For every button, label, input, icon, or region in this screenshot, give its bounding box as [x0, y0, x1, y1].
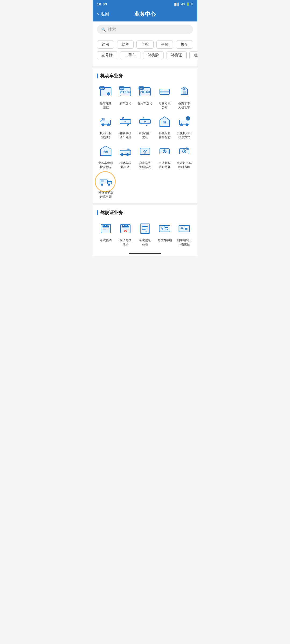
motor-item-new-register[interactable]: New ✓ 新车注册登记 [97, 84, 114, 110]
motor-item-exempt-mark[interactable]: 免检 免检车申领检验标志 [97, 144, 114, 169]
motor-label-transfer: 机动车转籍申请 [119, 161, 131, 169]
svg-rect-54 [100, 180, 107, 184]
motor-icon-transfer: 转 [118, 144, 133, 159]
motor-item-plate-range[interactable]: 号牌号段公布 [156, 84, 173, 110]
search-placeholder: 搜索 [108, 27, 116, 32]
divider-1 [93, 66, 197, 68]
svg-text:New: New [100, 87, 104, 89]
motor-icon-city-truck [98, 173, 113, 188]
svg-text:📞: 📞 [187, 117, 189, 120]
motor-label-nonlocal: 备案非本人机动车 [178, 101, 190, 110]
svg-point-57 [101, 184, 103, 186]
motor-item-replace-plate[interactable]: ⇄ 补换领机动车号牌 [117, 114, 134, 140]
search-container: 🔍 搜索 [93, 21, 197, 37]
driver-item-study-fee[interactable]: ¥ 初学增驾工本费缴纳 [176, 221, 193, 247]
svg-point-66 [106, 225, 107, 226]
motor-icon-change-contact: 📞 [177, 114, 192, 129]
svg-point-20 [102, 123, 104, 126]
svg-rect-59 [101, 180, 104, 182]
svg-rect-17 [183, 91, 186, 94]
motor-icon-inspection-mark: 验 [157, 114, 172, 129]
svg-rect-68 [121, 224, 130, 233]
svg-text:免检: 免检 [103, 151, 108, 153]
tags-row-1: 违法 驾考 年检 事故 挪车 [97, 41, 193, 49]
driver-label-exam-fee: 考试费缴纳 [157, 238, 172, 242]
svg-text:转: 转 [127, 148, 129, 150]
motor-icon-replace-plate: ⇄ [118, 114, 133, 129]
svg-text:¥: ¥ [181, 226, 183, 230]
driver-item-exam-info[interactable]: ✓ 考试信息公布 [136, 221, 154, 247]
motor-item-city-truck[interactable]: 城市货车通行码申领 [97, 173, 114, 199]
tag-replace-cert[interactable]: 补换证 [166, 51, 187, 59]
driver-label-cancel-exam: 取消考试预约 [119, 238, 131, 247]
motor-icon-temp-plate-new [157, 144, 172, 159]
search-icon: 🔍 [101, 27, 106, 32]
tag-driving-test[interactable]: 驾考 [117, 41, 134, 49]
driver-label-study-fee: 初学增驾工本费缴纳 [177, 238, 192, 247]
motor-label-inspection: 机动车检验预约 [100, 131, 112, 140]
motor-label-inuse-number: 在用车选号 [137, 101, 152, 105]
motor-item-temp-plate-new[interactable]: 申请新车临时号牌 [156, 144, 173, 169]
bottom-bar [93, 251, 197, 256]
svg-text:✎: ✎ [144, 152, 146, 154]
tag-annual-check[interactable]: 年检 [136, 41, 154, 49]
motor-item-transfer[interactable]: 转 机动车转籍申请 [117, 144, 134, 169]
tag-move-car[interactable]: 挪车 [176, 41, 193, 49]
driver-item-cancel-exam[interactable]: 取消考试预约 [117, 221, 134, 247]
title-bar-decoration [97, 74, 98, 78]
motor-icon-plate-range [157, 84, 172, 99]
tag-accident[interactable]: 事故 [156, 41, 173, 49]
tag-replace-plate[interactable]: 补换牌 [143, 51, 164, 59]
motor-section: 机动车业务 New ✓ 新车注册登记 New [93, 68, 197, 203]
motor-label-inspection-mark: 补领检验合格标志 [159, 131, 171, 140]
motor-item-replace-license[interactable]: ⇄ 补换领行驶证 [136, 114, 154, 140]
svg-text:备: 备 [183, 88, 186, 91]
divider-2 [93, 203, 197, 205]
motor-label-abnormal-select: 异常选号资料修改 [139, 161, 151, 169]
motor-label-new-register: 新车注册登记 [100, 101, 112, 110]
motor-icon-temp-plate-out [177, 144, 192, 159]
svg-point-71 [122, 225, 123, 226]
driver-label-exam-info: 考试信息公布 [139, 238, 151, 247]
svg-rect-13 [160, 89, 169, 94]
svg-point-21 [107, 123, 110, 126]
driver-icon-study-fee: ¥ [177, 221, 192, 236]
battery-icon: 🔋80 [186, 2, 193, 6]
svg-point-32 [186, 123, 188, 126]
title-bar-decoration-2 [97, 210, 98, 215]
motor-icon-inuse-number: No. 沪B·5678 [137, 84, 153, 99]
driver-item-exam-book[interactable]: 考试预约 [97, 221, 114, 247]
tag-plate-select[interactable]: 选号牌 [97, 51, 117, 59]
motor-item-change-contact[interactable]: 📞 变更机动车联系方式 [176, 114, 193, 140]
search-bar[interactable]: 🔍 搜索 [97, 25, 193, 34]
motor-item-inspection-mark[interactable]: 验 补领检验合格标志 [156, 114, 173, 140]
tag-used-car[interactable]: 二手车 [120, 51, 140, 59]
svg-text:✓: ✓ [146, 231, 147, 232]
tag-rental[interactable]: 租赁 [189, 51, 197, 59]
status-icons: ▐▌▌ HD 🔋80 [173, 2, 193, 6]
motor-item-inuse-number[interactable]: No. 沪B·5678 在用车选号 [136, 84, 154, 110]
motor-icon-abnormal-select: ✎ [137, 144, 153, 159]
motor-icon-replace-license: ⇄ [137, 114, 153, 129]
motor-item-temp-plate-out[interactable]: 申请转出车临时号牌 [176, 144, 193, 169]
motor-item-nonlocal[interactable]: 备 备案非本人机动车 [176, 84, 193, 110]
driver-section: 驾驶证业务 考试预约 [93, 205, 197, 251]
svg-text:⇄: ⇄ [144, 120, 146, 123]
svg-text:¥: ¥ [161, 226, 164, 230]
motor-item-abnormal-select[interactable]: ✎ 异常选号资料修改 [136, 144, 154, 169]
driver-icon-grid: 考试预约 取消考试预约 [97, 221, 193, 247]
driver-section-title: 驾驶证业务 [97, 210, 193, 216]
tag-violation[interactable]: 违法 [97, 41, 114, 49]
header: < 返回 业务中心 [93, 8, 197, 21]
motor-item-new-number[interactable]: New 沪A·1234 新车选号 [117, 84, 134, 110]
driver-label-exam-book: 考试预约 [100, 238, 112, 242]
svg-point-58 [108, 184, 110, 186]
svg-point-38 [121, 153, 124, 156]
motor-item-inspection[interactable]: 预 机动车检验预约 [97, 114, 114, 140]
driver-item-exam-fee[interactable]: ¥ 考试费缴纳 [156, 221, 173, 247]
driver-icon-exam-fee: ¥ [157, 221, 172, 236]
driver-icon-cancel-exam [118, 221, 133, 236]
motor-icon-grid: New ✓ 新车注册登记 New 沪A·1234 新车选号 [97, 84, 193, 199]
motor-label-new-number: 新车选号 [119, 101, 131, 105]
back-button[interactable]: < 返回 [97, 11, 109, 17]
